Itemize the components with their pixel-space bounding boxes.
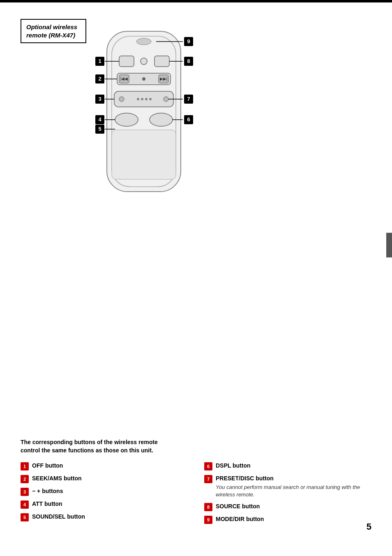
item-num-9: 9 (204, 516, 212, 524)
item-num-5: 5 (21, 513, 29, 521)
svg-point-18 (149, 98, 152, 100)
svg-text:3: 3 (98, 96, 101, 102)
item-text-2: SEEK/AMS button (32, 475, 82, 483)
list-item: 8 SOURCE button (204, 503, 371, 511)
item-text-5: SOUND/SEL button (32, 513, 85, 521)
list-item: 9 MODE/DIR button (204, 515, 371, 524)
svg-point-21 (150, 113, 173, 126)
svg-text:6: 6 (187, 116, 190, 123)
item-num-6: 6 (204, 462, 212, 470)
item-num-8: 8 (204, 503, 212, 511)
svg-text:4: 4 (98, 116, 101, 123)
main-content: Optional wireless remote (RM-X47) – |◀◀ (0, 2, 392, 544)
svg-rect-3 (119, 56, 134, 67)
remote-title: Optional wireless remote (RM-X47) (26, 23, 81, 39)
item-num-7: 7 (204, 475, 212, 483)
item-num-4: 4 (21, 500, 29, 509)
item-text-9: MODE/DIR button (216, 515, 264, 524)
svg-point-12 (142, 77, 145, 81)
page-number: 5 (367, 521, 371, 532)
svg-text:9: 9 (187, 38, 190, 44)
item-text-3: − + buttons (32, 487, 63, 496)
diagram-area: – |◀◀ ▶▶| (78, 27, 292, 225)
list-item: 2 SEEK/AMS button (21, 475, 188, 483)
svg-point-20 (115, 113, 138, 126)
svg-text:|◀◀: |◀◀ (120, 76, 128, 81)
list-item: 1 OFF button (21, 462, 188, 470)
svg-point-17 (145, 98, 148, 100)
item-text-6: DSPL button (216, 462, 251, 470)
list-item: 6 DSPL button (204, 462, 371, 470)
item-text-7: PRESET/DISC button You cannot perform ma… (216, 475, 371, 498)
svg-text:1: 1 (98, 58, 101, 64)
item-num-2: 2 (21, 475, 29, 483)
svg-rect-5 (154, 56, 169, 67)
description-section: The corresponding buttons of the wireles… (21, 434, 371, 528)
item-text-8: SOURCE button (216, 503, 260, 511)
svg-point-19 (164, 97, 168, 102)
right-tab (386, 233, 392, 257)
list-item: 3 − + buttons (21, 487, 188, 496)
svg-text:5: 5 (98, 126, 101, 132)
svg-text:▶▶|: ▶▶| (160, 76, 168, 81)
intro-text: The corresponding buttons of the wireles… (21, 438, 177, 454)
svg-point-15 (137, 98, 139, 100)
svg-rect-22 (112, 130, 176, 179)
list-item: 4 ATT button (21, 500, 188, 509)
list-item: 7 PRESET/DISC button You cannot perform … (204, 475, 371, 498)
items-left-col: 1 OFF button 2 SEEK/AMS button 3 − + but… (21, 462, 188, 528)
list-item: 5 SOUND/SEL button (21, 513, 188, 521)
item-num-3: 3 (21, 488, 29, 496)
item-text-4: ATT button (32, 500, 62, 508)
remote-title-box: Optional wireless remote (RM-X47) (21, 19, 86, 43)
svg-text:7: 7 (187, 96, 190, 102)
items-grid: 1 OFF button 2 SEEK/AMS button 3 − + but… (21, 462, 371, 528)
svg-point-14 (119, 97, 124, 102)
item-num-1: 1 (21, 462, 29, 470)
svg-point-4 (141, 58, 147, 65)
svg-text:2: 2 (98, 76, 101, 82)
svg-text:8: 8 (187, 58, 190, 64)
items-right-col: 6 DSPL button 7 PRESET/DISC button You c… (204, 462, 371, 528)
item-text-1: OFF button (32, 462, 63, 470)
svg-point-2 (136, 38, 151, 45)
svg-point-16 (141, 98, 143, 100)
remote-diagram: – |◀◀ ▶▶| (78, 27, 218, 216)
